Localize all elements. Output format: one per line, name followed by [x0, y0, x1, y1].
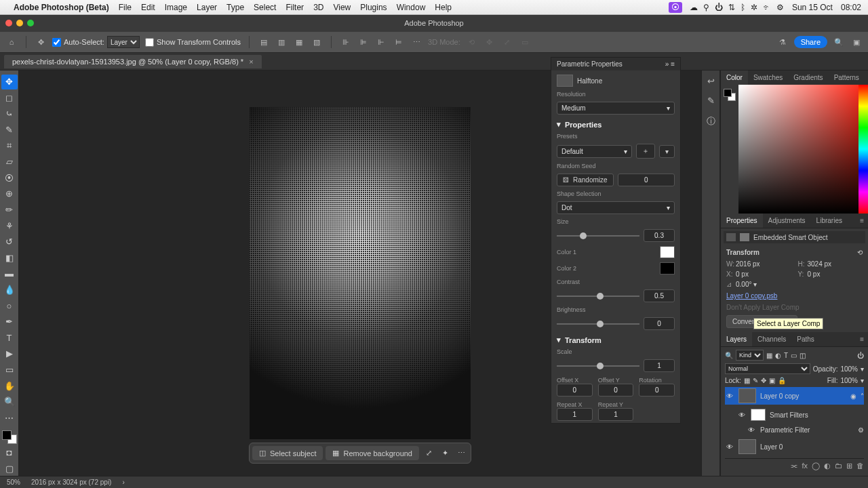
y-value[interactable]: 0 px: [808, 270, 821, 278]
resolution-select[interactable]: Medium▾: [557, 102, 675, 115]
lasso-tool[interactable]: ⤿: [1, 106, 18, 121]
zoom-level[interactable]: 50%: [7, 479, 20, 486]
auto-select-checkbox[interactable]: [52, 38, 61, 47]
history-brush-tool[interactable]: ↺: [1, 235, 18, 249]
remove-background-button[interactable]: ▦Remove background: [326, 446, 419, 460]
filter-toggle-icon[interactable]: ◉: [850, 392, 856, 400]
blur-tool[interactable]: 💧: [1, 283, 18, 298]
group-icon[interactable]: 🗀: [835, 462, 842, 470]
fill-value[interactable]: 100%: [840, 377, 858, 384]
contrast-input[interactable]: [644, 289, 675, 302]
share-button[interactable]: Share: [794, 36, 827, 48]
more-actions-icon[interactable]: ⋯: [454, 449, 468, 458]
link-layers-icon[interactable]: ⫘: [790, 462, 797, 470]
marquee-tool[interactable]: ◻: [1, 91, 18, 106]
distribute-h-icon[interactable]: ⊪: [340, 36, 352, 48]
delete-layer-icon[interactable]: 🗑: [856, 462, 864, 470]
status-chevron-icon[interactable]: ›: [122, 479, 124, 486]
brush-tool[interactable]: ✏: [1, 203, 18, 218]
randomize-button[interactable]: ⚄Randomize: [557, 174, 614, 186]
tab-gradients[interactable]: Gradients: [788, 70, 828, 85]
offsetx-input[interactable]: [557, 384, 593, 396]
search-icon[interactable]: 🔍: [833, 36, 845, 48]
contrast-slider[interactable]: [557, 296, 639, 297]
lock-nest-icon[interactable]: ▣: [769, 377, 775, 384]
layer-comp-dropdown[interactable]: Don't Apply Layer Comp: [726, 304, 863, 311]
mac-status-icons[interactable]: ⦿ ☁⚲⏻⇅ᛒ✲ᯤ⚙: [663, 3, 784, 12]
menu-layer[interactable]: Layer: [197, 3, 217, 12]
layer-filter-kind[interactable]: Kind: [736, 350, 764, 361]
color1-swatch[interactable]: [660, 246, 675, 258]
workspace-icon[interactable]: ▣: [850, 36, 863, 48]
visibility-icon[interactable]: 👁: [725, 392, 734, 400]
menu-3d[interactable]: 3D: [313, 3, 323, 12]
more-icon[interactable]: ⋯: [410, 36, 422, 48]
align-center-icon[interactable]: ▥: [275, 36, 288, 48]
layer-row-layer0[interactable]: 👁 Layer 0: [725, 438, 864, 455]
color-panel-menu-icon[interactable]: ≡: [865, 70, 868, 85]
filter-thumbnail[interactable]: [557, 75, 573, 87]
color-fg-bg-swatch[interactable]: [724, 89, 736, 101]
canvas-image[interactable]: [250, 107, 471, 439]
healing-tool[interactable]: ⊕: [1, 186, 18, 201]
stamp-tool[interactable]: ⚘: [1, 218, 18, 233]
layer-name[interactable]: Layer 0: [760, 443, 783, 451]
record-icon[interactable]: ⦿: [669, 2, 682, 13]
mac-date[interactable]: Sun 15 Oct: [792, 3, 833, 12]
tab-adjustments[interactable]: Adjustments: [763, 214, 811, 228]
zoom-tool[interactable]: 🔍: [1, 394, 18, 409]
shape-select[interactable]: Dot▾: [557, 201, 675, 214]
repeatx-input[interactable]: [557, 408, 593, 421]
lock-trans-icon[interactable]: ▦: [744, 377, 750, 384]
filter-adjust-icon[interactable]: ◐: [775, 352, 781, 359]
brightness-input[interactable]: [644, 317, 675, 330]
scale-input[interactable]: [644, 359, 675, 372]
eyedropper-tool[interactable]: ⦿: [1, 171, 18, 186]
hue-slider[interactable]: [859, 85, 868, 214]
type-tool[interactable]: T: [1, 331, 18, 346]
filter-smart-icon[interactable]: ◫: [800, 352, 806, 359]
color-swatch[interactable]: [2, 430, 17, 444]
lock-paint-icon[interactable]: ✎: [753, 377, 758, 384]
comments-panel-icon[interactable]: ✎: [707, 96, 715, 106]
history-panel-icon[interactable]: ↩: [707, 76, 715, 86]
beaker-icon[interactable]: ⚗: [776, 36, 789, 48]
new-layer-icon[interactable]: ⊞: [846, 462, 852, 470]
layer-name[interactable]: Layer 0 copy: [760, 392, 799, 400]
visibility-icon[interactable]: 👁: [747, 426, 756, 434]
distribute2-icon[interactable]: ⊨: [393, 36, 405, 48]
mask-icon[interactable]: ◯: [812, 462, 820, 470]
select-subject-button[interactable]: ◫Select subject: [252, 446, 323, 460]
smart-filters-row[interactable]: 👁 Smart Filters: [737, 407, 864, 422]
fx-icon[interactable]: fx: [802, 462, 808, 470]
hand-tool[interactable]: ✋: [1, 378, 18, 393]
panel-menu-icon[interactable]: ≡: [671, 60, 675, 68]
tab-properties[interactable]: Properties: [721, 214, 763, 228]
lock-pos-icon[interactable]: ✥: [761, 377, 766, 384]
visibility-icon[interactable]: 👁: [737, 411, 747, 419]
tab-libraries[interactable]: Libraries: [811, 214, 848, 228]
filter-toggle-icon[interactable]: ⏻: [857, 352, 864, 359]
filter-blend-icon[interactable]: ⚙: [858, 426, 864, 434]
chevron-down-icon[interactable]: ▾: [557, 120, 561, 129]
tab-close-icon[interactable]: ×: [249, 58, 253, 66]
color-field[interactable]: [738, 85, 859, 214]
layer-row-layer0copy[interactable]: 👁 Layer 0 copy ◉ ˄: [725, 387, 864, 405]
quickmask-tool[interactable]: ◘: [1, 445, 18, 460]
close-icon[interactable]: [5, 20, 12, 26]
info-panel-icon[interactable]: ⓘ: [707, 115, 715, 127]
size-input[interactable]: [644, 229, 675, 242]
menu-edit[interactable]: Edit: [141, 3, 155, 12]
blend-mode-select[interactable]: Normal: [725, 363, 810, 374]
menu-help[interactable]: Help: [435, 3, 452, 12]
parametric-filter-row[interactable]: 👁 Parametric Filter ⚙: [747, 425, 864, 435]
chevron-down-icon[interactable]: ▾: [557, 336, 561, 344]
menu-type[interactable]: Type: [226, 3, 244, 12]
brightness-slider[interactable]: [557, 323, 639, 325]
document-tab[interactable]: pexels-christ-dovlatyan-15913953.jpg @ 5…: [4, 55, 262, 68]
seed-input[interactable]: [618, 174, 675, 186]
filter-shape-icon[interactable]: ▭: [791, 352, 797, 359]
transform-icon[interactable]: ⤢: [422, 449, 435, 458]
tab-swatches[interactable]: Swatches: [748, 70, 788, 85]
filter-type-icon[interactable]: T: [784, 352, 788, 359]
